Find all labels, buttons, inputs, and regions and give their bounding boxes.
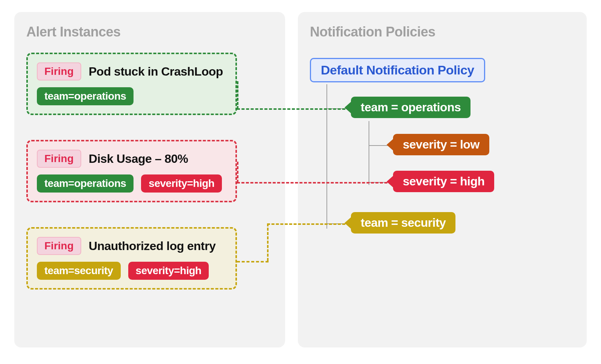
firing-badge: Firing xyxy=(37,237,81,255)
policy-node-security: team = security xyxy=(345,212,455,234)
alert-title: Disk Usage – 80% xyxy=(89,152,188,166)
tree-line xyxy=(369,145,389,146)
panel-title-right: Notification Policies xyxy=(310,24,575,40)
alert-label: team=security xyxy=(37,262,121,280)
alert-label: team=operations xyxy=(37,87,134,105)
tree-line xyxy=(326,223,347,224)
alert-instances-panel: Alert Instances Firing Pod stuck in Cras… xyxy=(14,12,285,347)
notch-icon xyxy=(345,102,351,114)
alert-title: Pod stuck in CrashLoop xyxy=(89,65,223,79)
notch-icon xyxy=(387,139,393,151)
alert-card-yellow: Firing Unauthorized log entry team=secur… xyxy=(26,227,237,290)
policy-label: team = security xyxy=(351,212,455,234)
tree-line xyxy=(326,84,327,229)
policy-node-severity-high: severity = high xyxy=(387,171,494,192)
panel-title-left: Alert Instances xyxy=(26,24,273,40)
alert-label: severity=high xyxy=(141,174,222,193)
notification-policies-panel: Notification Policies Default Notificati… xyxy=(298,12,587,347)
policy-node-severity-low: severity = low xyxy=(387,134,489,155)
policy-node-operations: team = operations xyxy=(345,97,470,118)
policy-label: severity = low xyxy=(393,134,489,155)
notch-icon xyxy=(387,176,393,188)
tree-line xyxy=(369,182,389,183)
tree-line xyxy=(326,108,347,109)
policy-label: team = operations xyxy=(351,97,470,118)
alert-label: severity=high xyxy=(128,262,209,280)
alert-title: Unauthorized log entry xyxy=(89,239,216,253)
tree-line xyxy=(369,121,369,185)
policy-root: Default Notification Policy xyxy=(310,58,485,82)
firing-badge: Firing xyxy=(37,62,81,80)
firing-badge: Firing xyxy=(37,150,81,168)
alert-card-red: Firing Disk Usage – 80% team=operations … xyxy=(26,140,237,202)
alert-card-green: Firing Pod stuck in CrashLoop team=opera… xyxy=(26,53,237,115)
notch-icon xyxy=(345,217,351,229)
policy-label: severity = high xyxy=(393,171,494,192)
alert-label: team=operations xyxy=(37,174,134,193)
